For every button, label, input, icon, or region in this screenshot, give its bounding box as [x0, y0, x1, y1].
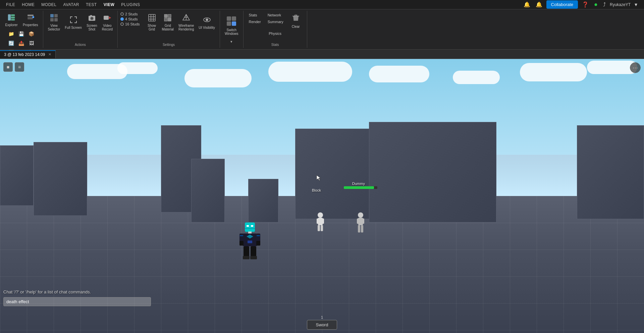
svg-rect-56 — [248, 231, 252, 234]
switch-windows-button[interactable]: SwitchWindows — [223, 12, 240, 39]
radio-dot-2studs — [120, 12, 124, 16]
hud-slot-number: 1 — [321, 315, 323, 319]
svg-point-15 — [91, 17, 93, 19]
summary-button[interactable]: Summary — [265, 19, 286, 25]
video-record-label: VideoRecord — [102, 24, 113, 31]
user-dropdown-icon[interactable]: ▾ — [633, 0, 639, 9]
svg-point-40 — [318, 212, 323, 218]
hud-slot: Sword — [307, 320, 337, 330]
viewport-icon-stop[interactable]: ■ — [3, 62, 13, 72]
scene-block-center-left2 — [191, 159, 225, 222]
cloud-6 — [453, 71, 500, 84]
viewport-icon-menu[interactable]: ≡ — [15, 62, 24, 72]
wireframe-rendering-button[interactable]: WireframeRendering — [176, 12, 196, 32]
svg-rect-63 — [256, 241, 260, 246]
svg-rect-16 — [90, 15, 92, 16]
menu-item-home[interactable]: HOME — [18, 1, 38, 8]
scene-block-leftedge — [0, 145, 34, 206]
radio-16studs[interactable]: 16 Studs — [120, 22, 140, 26]
grid-material-label: GridMaterial — [162, 24, 174, 31]
show-icon-4[interactable]: 🔄 — [7, 39, 16, 48]
actions-section-label: Actions — [75, 42, 86, 47]
svg-rect-59 — [248, 241, 252, 243]
scene-block-left — [34, 142, 87, 216]
show-icon-1[interactable]: 📁 — [7, 29, 16, 38]
svg-rect-43 — [322, 218, 324, 224]
radio-dot-4studs — [120, 17, 124, 21]
dummy-health-fill — [344, 186, 374, 189]
properties-button[interactable]: i Properties — [21, 12, 40, 28]
main-tab[interactable]: 3 @ 13 feb 2023 14:09 ✕ — [0, 50, 56, 58]
radio-2studs[interactable]: 2 Studs — [120, 12, 138, 16]
collaborate-button[interactable]: Collaborate — [546, 0, 578, 9]
view-selector-button[interactable]: ViewSelector — [46, 12, 62, 32]
stats-button[interactable]: Stats — [246, 12, 264, 18]
explorer-button[interactable]: Explorer — [3, 12, 20, 28]
full-screen-label: Full Screen — [65, 26, 82, 29]
show-grid-label: ShowGrid — [148, 24, 156, 31]
network-button[interactable]: Network — [265, 12, 286, 18]
svg-rect-36 — [232, 21, 236, 26]
svg-rect-68 — [240, 235, 243, 236]
block-entity-label: Block — [312, 188, 321, 192]
menu-item-test[interactable]: TEST — [83, 1, 100, 8]
menu-item-view[interactable]: VIEW — [100, 1, 118, 8]
svg-text:i: i — [33, 16, 33, 18]
show-icon-5[interactable]: 📤 — [17, 39, 26, 48]
settings-buttons: ShowGrid GridMaterial — [145, 12, 217, 32]
chat-input[interactable]: death effect — [3, 297, 151, 306]
screen-shot-button[interactable]: ScreenShot — [85, 12, 99, 32]
render-label: Render — [249, 20, 261, 24]
network-label: Network — [268, 13, 281, 17]
svg-rect-26 — [164, 18, 167, 21]
toolbar-stats-section: Stats Render Network Summary — [244, 11, 307, 48]
menu-item-plugins[interactable]: PLUGINS — [118, 1, 143, 8]
menu-item-avatar[interactable]: AVATAR — [60, 1, 83, 8]
svg-rect-2 — [11, 17, 15, 18]
share-icon[interactable]: ⤴ — [602, 0, 607, 9]
svg-rect-45 — [321, 225, 323, 231]
menu-bar: FILE HOME MODEL AVATAR TEST VIEW PLUGINS… — [0, 0, 644, 9]
alert-icon[interactable]: 🔔 — [534, 0, 544, 9]
toolbar-show-section: Explorer i Properties 📁 💾 📦 🔄 — [0, 11, 43, 48]
ui-visibility-label: UI Visibility — [199, 26, 215, 29]
cursor — [315, 175, 322, 182]
help-icon[interactable]: ❓ — [581, 0, 590, 9]
ui-visibility-button[interactable]: UI Visibility — [197, 14, 217, 31]
grid-material-button[interactable]: GridMaterial — [160, 12, 176, 32]
radio-4studs-label: 4 Studs — [125, 17, 138, 21]
avatar-icon[interactable]: ● — [593, 0, 599, 9]
summary-label: Summary — [268, 20, 283, 24]
actions-buttons: ViewSelector Full Screen — [46, 12, 115, 32]
render-button[interactable]: Render — [246, 19, 264, 25]
full-screen-button[interactable]: Full Screen — [63, 14, 84, 31]
svg-rect-6 — [28, 18, 33, 19]
svg-rect-50 — [358, 225, 360, 232]
explorer-icon — [7, 13, 15, 22]
tab-bar: 3 @ 13 feb 2023 14:09 ✕ — [0, 50, 644, 59]
radio-4studs[interactable]: 4 Studs — [120, 17, 138, 21]
video-record-icon — [103, 13, 112, 23]
switch-windows-dropdown-icon[interactable]: ▾ — [230, 40, 232, 44]
show-icon-6[interactable]: 🖼 — [27, 39, 36, 48]
svg-point-46 — [358, 212, 363, 218]
svg-rect-24 — [164, 14, 167, 17]
viewport-options-button[interactable]: ⋯ — [630, 62, 641, 73]
show-icon-3[interactable]: 📦 — [27, 29, 36, 38]
cloud-5 — [369, 66, 429, 82]
tab-close-button[interactable]: ✕ — [48, 52, 51, 57]
menu-item-file[interactable]: FILE — [3, 1, 18, 8]
svg-rect-67 — [250, 256, 257, 259]
svg-rect-19 — [149, 14, 155, 21]
clear-button[interactable]: Clear — [287, 12, 304, 30]
notification-bell-icon[interactable]: 🔔 — [522, 0, 532, 9]
svg-rect-66 — [243, 256, 250, 259]
physics-button[interactable]: Physics — [266, 30, 284, 37]
svg-rect-48 — [357, 218, 359, 224]
show-grid-button[interactable]: ShowGrid — [145, 12, 159, 32]
settings-section-label: Settings — [163, 42, 175, 47]
show-icon-2[interactable]: 💾 — [17, 29, 26, 38]
menu-item-model[interactable]: MODEL — [38, 1, 60, 8]
video-record-button[interactable]: VideoRecord — [100, 12, 115, 32]
tab-label: 3 @ 13 feb 2023 14:09 — [4, 52, 45, 57]
